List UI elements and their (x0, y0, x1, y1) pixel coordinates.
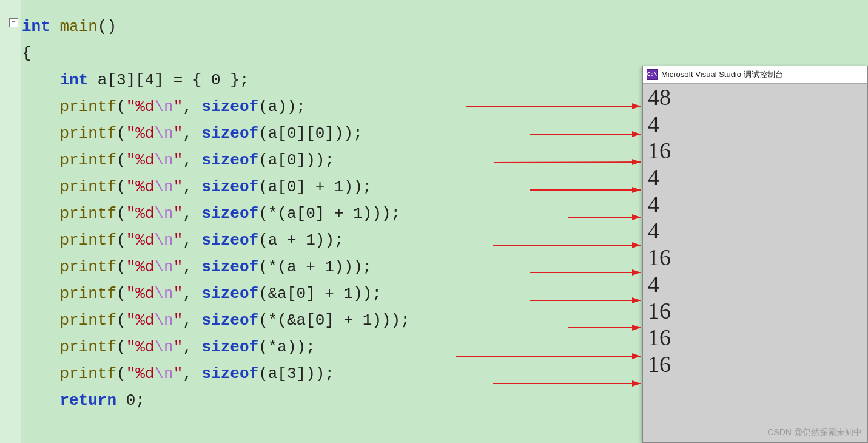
console-line: 16 (643, 351, 867, 377)
console-title-bar: C:\ Microsoft Visual Studio 调试控制台 (643, 66, 867, 84)
fold-minus-icon[interactable]: − (9, 18, 18, 27)
console-icon: C:\ (647, 69, 658, 80)
console-line: 48 (643, 84, 867, 110)
code-editor: − int main() { int a[3][4] = { 0 }; prin… (0, 0, 643, 443)
console-line: 4 (643, 110, 867, 137)
watermark: CSDN @仍然探索未知中 (767, 427, 862, 438)
console-line: 4 (643, 217, 867, 244)
console-title: Microsoft Visual Studio 调试控制台 (661, 69, 783, 80)
console-line: 16 (643, 297, 867, 324)
console-line: 4 (643, 164, 867, 191)
console-line: 16 (643, 244, 867, 271)
console-line: 4 (643, 271, 867, 297)
console-output: 48416444164161616 (643, 84, 867, 377)
console-line: 16 (643, 324, 867, 351)
console-line: 16 (643, 137, 867, 164)
console-line: 4 (643, 191, 867, 217)
console-window: C:\ Microsoft Visual Studio 调试控制台 484164… (642, 66, 868, 443)
gutter: − (0, 0, 21, 443)
code-area[interactable]: int main() { int a[3][4] = { 0 }; printf… (22, 13, 410, 414)
